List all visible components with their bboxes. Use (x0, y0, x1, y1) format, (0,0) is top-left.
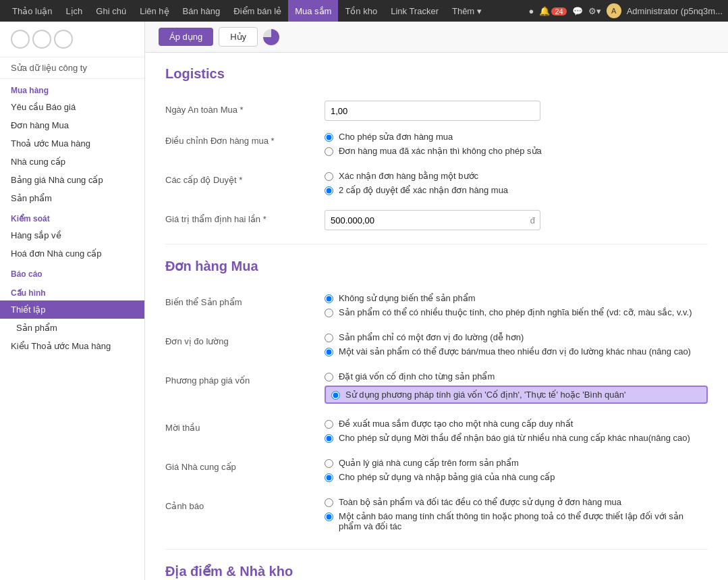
costing-radio1[interactable] (325, 373, 333, 381)
sidebar-item-sanpham2[interactable]: Sản phẩm (0, 319, 144, 337)
approval-radio1[interactable] (325, 172, 333, 181)
sidebar-item-kieuthoaước[interactable]: Kiểu Thoả ước Mua hàng (0, 337, 144, 355)
purchase-order-title: Đơn hàng Mua (165, 258, 708, 280)
supplier-price-option2: Cho phép sử dụng và nhập bảng giá của nh… (325, 472, 708, 482)
adjust-po-option1: Cho phép sửa đơn hàng mua (325, 132, 708, 142)
user-avatar[interactable]: A (607, 3, 621, 18)
supplier-price-radio1[interactable] (325, 459, 333, 468)
double-validation-row: Giá trị thẩm định hai lần * đ (165, 210, 708, 230)
variants-control: Không sử dụng biến thể sản phẩm Sản phẩm… (325, 293, 708, 321)
warning-radio2[interactable] (325, 512, 333, 521)
nav-banhang[interactable]: Bán hàng (176, 0, 227, 22)
nav-items: Thảo luận Lịch Ghi chú Liên hệ Bán hàng … (5, 0, 529, 22)
warning-option2: Một cảnh báo mang tính chất thông tin ho… (325, 511, 708, 531)
company-section (0, 22, 144, 57)
adjust-po-radio1[interactable] (325, 133, 333, 142)
rfq-control: Đề xuất mua sắm được tạo cho một nhà cun… (325, 419, 708, 447)
safe-purchase-label: Ngày An toàn Mua * (165, 101, 314, 115)
nav-lienhe[interactable]: Liên hệ (133, 0, 175, 22)
rfq-radio2[interactable] (325, 434, 333, 443)
nav-tonkho[interactable]: Tồn kho (338, 0, 384, 22)
nav-diembанле[interactable]: Điểm bán lẻ (227, 0, 288, 22)
sidebar-item-hangsapve[interactable]: Hàng sắp về (0, 226, 144, 244)
nav-linktracker[interactable]: Link Tracker (384, 0, 445, 22)
main-content: Áp dụng Hủy Logistics Ngày An toàn Mua *… (145, 22, 728, 580)
double-validation-input[interactable] (325, 210, 540, 230)
rfq-option1: Đề xuất mua sắm được tạo cho một nhà cun… (325, 419, 708, 429)
nav-them[interactable]: Thêm ▾ (445, 0, 488, 22)
sidebar-item-thietlap[interactable]: Thiết lập (0, 300, 144, 319)
cancel-button[interactable]: Hủy (219, 27, 258, 47)
wifi-icon: ● (529, 6, 534, 16)
section-muahang: Mua hàng (0, 79, 144, 98)
chevron-down-icon: ▾ (477, 6, 482, 16)
warning-label: Cảnh báo (165, 497, 314, 511)
sidebar-item-nhacungcap[interactable]: Nhà cung cấp (0, 153, 144, 171)
units-row: Đơn vị đo lường Sản phẩm chỉ có một đơn … (165, 332, 708, 361)
supplier-price-control: Quản lý giá nhà cung cấp trên form sản p… (325, 458, 708, 486)
double-validation-control: đ (325, 210, 708, 230)
supplier-price-row: Giá Nhà cung cấp Quản lý giá nhà cung cấ… (165, 458, 708, 486)
warning-row: Cảnh báo Toàn bộ sản phẩm và đối tác đều… (165, 497, 708, 535)
sidebar-item-donhangmua[interactable]: Đơn hàng Mua (0, 116, 144, 134)
variants-radio1[interactable] (325, 294, 333, 303)
divider1 (165, 244, 708, 244)
sidebar: Sửa dữ liệu công ty Mua hàng Yêu cầu Báo… (0, 22, 145, 580)
warning-option1: Toàn bộ sản phẩm và đối tác đều có thể đ… (325, 497, 708, 507)
approval-label: Các cấp độ Duyệt * (165, 171, 314, 185)
variants-option2: Sản phẩm có thể có nhiều thuộc tính, cho… (325, 307, 708, 317)
sidebar-item-hoadonnhacungcap[interactable]: Hoá đơn Nhà cung cấp (0, 244, 144, 263)
variants-option1: Không sử dụng biến thể sản phẩm (325, 293, 708, 303)
nav-ghichu[interactable]: Ghi chú (89, 0, 133, 22)
adjust-po-radio2[interactable] (325, 147, 333, 156)
costing-row: Phương pháp giá vốn Đặt giá vốn cố định … (165, 371, 708, 408)
approval-row: Các cấp độ Duyệt * Xác nhận đơn hàng bằn… (165, 171, 708, 199)
nav-lich[interactable]: Lịch (59, 0, 89, 22)
sidebar-item-thoaước[interactable]: Thoả ước Mua hàng (0, 134, 144, 153)
settings-icon[interactable]: ⚙▾ (588, 6, 601, 16)
top-nav-right: ● 🔔24 💬 ⚙▾ A Administrator (p5nq3m... (529, 3, 723, 18)
company-label[interactable]: Sửa dữ liệu công ty (0, 57, 144, 79)
units-radio2[interactable] (325, 348, 333, 357)
rfq-label: Mời thầu (165, 419, 314, 433)
approval-option2: 2 cấp độ duyệt để xác nhận đơn hàng mua (325, 185, 708, 195)
content-body: Logistics Ngày An toàn Mua * Điều chỉnh … (145, 53, 728, 580)
sidebar-item-sanpham1[interactable]: Sản phẩm (0, 189, 144, 207)
nav-muasam[interactable]: Mua sắm (288, 0, 338, 22)
sidebar-item-banggia[interactable]: Bảng giá Nhà cung cấp (0, 171, 144, 189)
user-name[interactable]: Administrator (p5nq3m... (627, 6, 723, 16)
company-circles (11, 30, 73, 49)
warning-radio1[interactable] (325, 498, 333, 507)
units-radio1[interactable] (325, 334, 333, 342)
supplier-price-label: Giá Nhà cung cấp (165, 458, 314, 472)
chat-icon[interactable]: 💬 (572, 6, 583, 16)
costing-option2-highlighted: Sử dụng phương pháp tính giá vốn 'Cố địn… (325, 386, 708, 404)
notifications-count[interactable]: 🔔24 (539, 6, 566, 16)
currency-symbol: đ (530, 215, 535, 226)
safe-purchase-input[interactable] (325, 101, 540, 121)
costing-radio2[interactable] (331, 391, 340, 400)
approval-radio2[interactable] (325, 186, 333, 195)
top-navigation: Thảo luận Lịch Ghi chú Liên hệ Bán hàng … (0, 0, 728, 22)
double-validation-input-wrap: đ (325, 210, 540, 230)
costing-option1: Đặt giá vốn cố định cho từng sản phẩm (325, 371, 708, 381)
circle-2 (32, 30, 51, 49)
variants-radio2[interactable] (325, 309, 333, 317)
rfq-row: Mời thầu Đề xuất mua sắm được tạo cho mộ… (165, 419, 708, 447)
approval-control: Xác nhận đơn hàng bằng một bước 2 cấp độ… (325, 171, 708, 199)
nav-thaoluan[interactable]: Thảo luận (5, 0, 59, 22)
section-kiemsoat: Kiểm soát (0, 207, 144, 226)
logistics-title: Logistics (165, 66, 708, 87)
supplier-price-radio2[interactable] (325, 473, 333, 482)
rfq-radio1[interactable] (325, 420, 333, 429)
main-layout: Sửa dữ liệu công ty Mua hàng Yêu cầu Báo… (0, 22, 728, 580)
sidebar-item-yeucaubaogia[interactable]: Yêu cầu Báo giá (0, 98, 144, 116)
section-cauhinh: Cấu hình (0, 282, 144, 300)
circle-1 (11, 30, 30, 49)
circle-3 (54, 30, 73, 49)
rfq-option2: Cho phép sử dụng Mời thầu để nhận báo gi… (325, 433, 708, 443)
safe-purchase-control (325, 101, 708, 121)
apply-button[interactable]: Áp dụng (159, 28, 213, 46)
units-control: Sản phẩm chỉ có một đơn vị đo lường (dễ … (325, 332, 708, 361)
units-option2: Một vài sản phẩm có thể được bán/mua the… (325, 346, 708, 357)
